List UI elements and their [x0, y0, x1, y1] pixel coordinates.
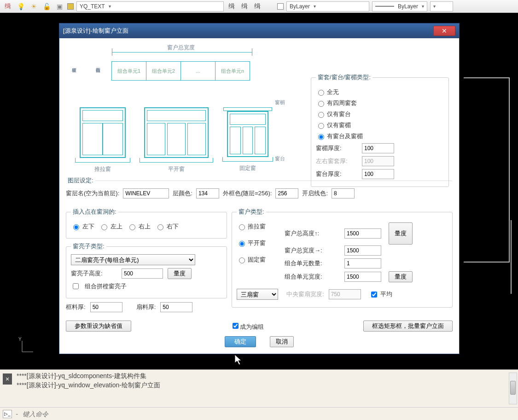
scrollbar[interactable] — [509, 373, 517, 404]
close-button[interactable]: ✕ — [433, 26, 455, 36]
color-swatch[interactable] — [277, 3, 284, 10]
linetype-value: ByLayer — [398, 3, 418, 10]
cancel-button[interactable]: 取消 — [270, 336, 294, 347]
frame-type-group: 窗套/窗台/窗楣类型: 全无 有四周窗套 仅有窗台 仅有窗楣 有窗台及窗楣 窗楣… — [311, 73, 449, 187]
layer-color-swatch — [67, 3, 74, 10]
lintel-label: 窗楣 — [275, 99, 285, 106]
total-height-input[interactable] — [344, 228, 381, 239]
unit-cell: 组合单元1 — [111, 61, 146, 81]
insert-bl-radio[interactable] — [73, 224, 79, 230]
ucs-icon: Y — [18, 337, 37, 356]
command-input[interactable] — [22, 410, 515, 418]
layer-color-input[interactable] — [196, 188, 219, 198]
layer-dropdown[interactable]: YQ_TEXT ▾ — [76, 1, 224, 12]
center-width-label: 中央窗扇宽度: — [286, 290, 324, 298]
combine-transom-checkbox[interactable] — [73, 283, 79, 289]
sun-icon: ☀ — [29, 1, 39, 12]
dialog-title: [源泉设计]-绘制窗户立面 — [63, 27, 128, 35]
sash-count-combo[interactable]: 三扇窗 — [237, 289, 278, 300]
make-group-checkbox[interactable] — [233, 323, 239, 329]
command-input-row: ▷_ - — [0, 407, 518, 420]
total-width-input[interactable] — [344, 245, 381, 256]
center-width-input — [329, 289, 361, 299]
color-value: ByLayer — [290, 3, 310, 10]
frame-lintel-radio[interactable] — [318, 123, 324, 129]
outer-color-label: 外框色(随层=256): — [223, 189, 272, 198]
unit-cell: ... — [180, 61, 215, 81]
win-type-label: 推拉窗 — [80, 165, 126, 173]
win-type-label: 固定窗 — [227, 164, 268, 172]
sill-label: 窗台 — [275, 155, 285, 162]
frame-thick-input[interactable] — [90, 302, 122, 312]
transom-type-combo[interactable]: 二扇窗亮子(每组合单元) — [71, 254, 195, 265]
svg-text:Y: Y — [18, 337, 22, 342]
batch-rect-button[interactable]: 框选矩形框，批量窗户立面 — [363, 321, 453, 332]
insert-point-group: 插入点在窗洞的: 左下 左上 右上 右下 — [66, 208, 227, 239]
dialog-body: 窗户总宽度 组合行高 组合单元1 组合单元2 ... 组合单元n 样板窗 — [59, 38, 459, 354]
avg-checkbox[interactable] — [371, 292, 377, 298]
unit-count-input[interactable] — [344, 258, 381, 268]
bulb-icon: 💡 — [16, 1, 26, 12]
wintype-legend: 窗户类型: — [237, 208, 266, 216]
frame-thick-label: 框料厚: — [66, 303, 86, 311]
layer-color-label: 层颜色: — [173, 189, 192, 198]
wt-sliding-radio[interactable] — [239, 224, 245, 230]
transom-measure-button[interactable]: 量度 — [168, 268, 192, 279]
insert-tl-radio[interactable] — [101, 224, 107, 230]
layer-match-icon[interactable]: 缉 — [239, 1, 250, 12]
sill-thick-input[interactable] — [362, 169, 394, 179]
close-cmd-icon[interactable]: × — [3, 373, 12, 385]
frame-both-radio[interactable] — [318, 134, 324, 140]
linetype-dropdown[interactable]: ByLayer ▾ — [372, 1, 427, 12]
layer-name-input[interactable] — [123, 188, 169, 198]
command-area: × ****[源泉设计]-yq_sldcomponents-建筑构件集 ****… — [0, 369, 518, 420]
insert-tr-radio[interactable] — [129, 224, 135, 230]
unit-cell: 组合单元2 — [146, 61, 181, 81]
total-width-label: 窗户总宽度 — [167, 44, 195, 52]
layer-iso-icon[interactable]: 缉 — [252, 1, 262, 12]
frame-type-legend: 窗套/窗台/窗楣类型: — [316, 73, 372, 82]
cmd-history-line: ****[源泉设计]-yq_window_elevation-绘制窗户立面 — [17, 381, 515, 390]
command-history[interactable]: × ****[源泉设计]-yq_sldcomponents-建筑构件集 ****… — [0, 369, 518, 407]
sash-thick-input[interactable] — [160, 302, 192, 312]
transom-height-label: 窗亮子高度: — [71, 269, 117, 278]
unit-width-input[interactable] — [344, 272, 381, 282]
transom-group: 窗亮子类型: 二扇窗亮子(每组合单元) 窗亮子高度: 量度 组合拼樘窗亮子 — [66, 242, 227, 298]
wt-fixed-radio[interactable] — [239, 257, 245, 263]
measure-unit-button[interactable]: 量度 — [389, 271, 413, 282]
win-type-label: 平开窗 — [144, 165, 209, 173]
sash-thick-label: 扇料厚: — [136, 303, 156, 311]
lock-icon: 🔓 — [41, 1, 52, 12]
ok-button[interactable]: 确定 — [225, 336, 256, 347]
insert-legend: 插入点在窗洞的: — [71, 208, 118, 216]
dialog-titlebar[interactable]: [源泉设计]-绘制窗户立面 ✕ — [59, 23, 459, 38]
frame-sill-radio[interactable] — [318, 112, 324, 118]
transom-legend: 窗亮子类型: — [71, 242, 106, 251]
transom-height-input[interactable] — [122, 268, 163, 279]
chevron-down-icon: ▾ — [314, 4, 316, 9]
layer-name-label: 窗层名(空为当前层): — [66, 189, 119, 198]
unit-cell: 组合单元n — [215, 61, 250, 81]
layer-name: YQ_TEXT — [80, 3, 105, 10]
frame-none-radio[interactable] — [318, 90, 324, 96]
plot-icon: ▣ — [54, 1, 64, 12]
lineweight-dropdown[interactable]: ▾ — [430, 1, 453, 12]
measure-hw-button[interactable]: 量度 — [389, 222, 413, 245]
layer-legend: 图层设定: — [66, 176, 95, 185]
window-elevation-dialog: [源泉设计]-绘制窗户立面 ✕ 窗户总宽度 组合行高 组合单元1 组合单元2 .… — [59, 23, 460, 354]
line-preview — [375, 6, 394, 6]
reset-defaults-button[interactable]: 参数重设为缺省值 — [66, 321, 131, 332]
lintel-thick-input[interactable] — [362, 143, 394, 153]
window-type-group: 窗户类型: 推拉窗 平开窗 固定窗 窗户总高度↑: 量度 — [232, 208, 453, 308]
insert-br-radio[interactable] — [157, 224, 163, 230]
frame-surround-radio[interactable] — [318, 101, 324, 107]
cmd-prompt-icon[interactable]: ▷_ — [3, 410, 12, 418]
side-thick-input — [362, 156, 394, 166]
top-toolbar: 缉 💡 ☀ 🔓 ▣ YQ_TEXT ▾ 缉 缉 缉 ByLayer ▾ ByLa… — [0, 0, 518, 13]
layer-props-icon[interactable]: 缉 — [3, 1, 13, 12]
close-icon: ✕ — [442, 27, 447, 35]
color-dropdown[interactable]: ByLayer ▾ — [286, 1, 369, 12]
layer-states-icon[interactable]: 缉 — [227, 1, 237, 12]
outer-color-input[interactable] — [275, 188, 298, 198]
wt-casement-radio[interactable] — [239, 241, 245, 247]
